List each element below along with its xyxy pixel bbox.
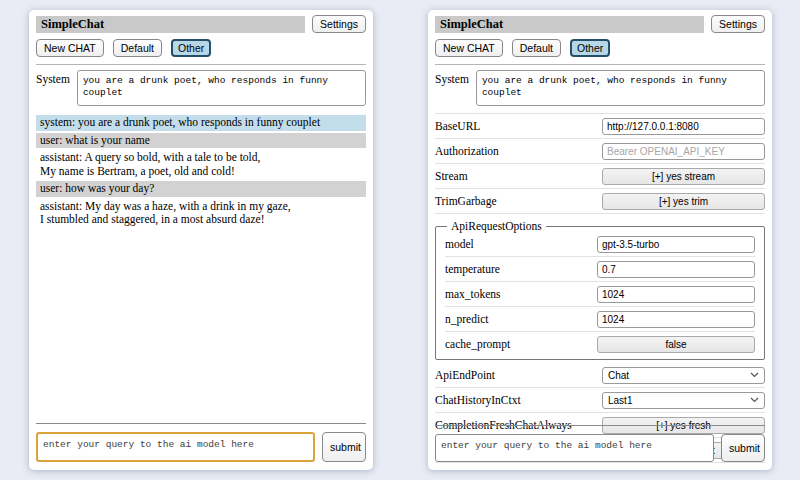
settings-row-trimgarbage: TrimGarbage [+] yes trim [435,189,765,214]
header-separator [435,64,765,65]
system-prompt-textarea[interactable]: you are a drunk poet, who responds in fu… [476,70,765,106]
cache-prompt-label: cache_prompt [445,338,597,350]
titlebar-row: SimpleChat Settings [435,15,765,33]
n-predict-input[interactable] [597,311,755,328]
settings-row-temperature: temperature [445,257,755,282]
chat-message-system: system: you are a drunk poet, who respon… [36,115,366,131]
system-prompt-textarea[interactable]: you are a drunk poet, who responds in fu… [77,70,366,106]
query-separator [435,425,765,426]
baseurl-label: BaseURL [435,120,602,132]
submit-button[interactable]: submit [322,432,366,462]
tab-default[interactable]: Default [512,39,561,57]
chat-history-in-ctxt-select[interactable]: Last1 [602,392,765,409]
settings-panel: SimpleChat Settings New CHAT Default Oth… [428,10,772,470]
tab-other[interactable]: Other [570,39,610,57]
n-predict-label: n_predict [445,313,597,325]
settings-button[interactable]: Settings [312,15,366,33]
header-separator [36,64,366,65]
stream-label: Stream [435,170,602,182]
system-prompt-row: System you are a drunk poet, who respond… [435,70,765,114]
chat-session-tabs: New CHAT Default Other [435,39,765,57]
settings-row-authorization: Authorization [435,139,765,164]
settings-button[interactable]: Settings [711,15,765,33]
settings-row-stream: Stream [+] yes stream [435,164,765,189]
trimgarbage-label: TrimGarbage [435,195,602,207]
query-area: submit [435,425,765,462]
system-prompt-row: System you are a drunk poet, who respond… [36,70,366,106]
submit-button[interactable]: submit [721,434,765,462]
chevron-down-icon [750,397,759,403]
settings-row-chat-history-in-ctxt: ChatHistoryInCtxt Last1 [435,388,765,413]
chat-message-assistant: assistant: A query so bold, with a tale … [36,150,366,179]
authorization-input[interactable] [602,143,765,160]
stream-toggle-button[interactable]: [+] yes stream [602,168,765,185]
chat-panel: SimpleChat Settings New CHAT Default Oth… [29,10,373,470]
chat-history-in-ctxt-label: ChatHistoryInCtxt [435,394,602,406]
temperature-label: temperature [445,263,597,275]
max-tokens-input[interactable] [597,286,755,303]
app-title: SimpleChat [435,16,704,33]
chat-message-user: user: what is your name [36,133,366,149]
chat-message-user: user: how was your day? [36,181,366,197]
tab-new-chat[interactable]: New CHAT [36,39,104,57]
system-label: System [435,70,469,85]
chat-message-assistant: assistant: My day was a haze, with a dri… [36,199,366,228]
query-area: submit [36,423,366,462]
app-title: SimpleChat [36,16,305,33]
settings-row-cache-prompt: cache_prompt false [445,332,755,356]
settings-row-api-endpoint: ApiEndPoint Chat [435,363,765,388]
query-separator [36,423,366,424]
tab-other[interactable]: Other [171,39,211,57]
api-request-options-fieldset: ApiRequestOptions model temperature max_… [435,220,765,360]
system-label: System [36,70,70,85]
chat-history-selected-value: Last1 [608,395,632,406]
tab-new-chat[interactable]: New CHAT [435,39,503,57]
api-request-options-legend: ApiRequestOptions [447,220,546,232]
max-tokens-label: max_tokens [445,288,597,300]
tab-default[interactable]: Default [113,39,162,57]
settings-row-max-tokens: max_tokens [445,282,755,307]
model-input[interactable] [597,236,755,253]
titlebar-row: SimpleChat Settings [36,15,366,33]
settings-row-n-predict: n_predict [445,307,755,332]
model-label: model [445,238,597,250]
query-input[interactable] [435,434,714,462]
api-endpoint-selected-value: Chat [608,370,629,381]
baseurl-input[interactable] [602,118,765,135]
api-endpoint-label: ApiEndPoint [435,369,602,381]
chevron-down-icon [750,372,759,378]
temperature-input[interactable] [597,261,755,278]
cache-prompt-toggle-button[interactable]: false [597,336,755,353]
chat-messages: system: you are a drunk poet, who respon… [36,115,366,228]
api-endpoint-select[interactable]: Chat [602,367,765,384]
chat-session-tabs: New CHAT Default Other [36,39,366,57]
trimgarbage-toggle-button[interactable]: [+] yes trim [602,193,765,210]
query-input[interactable] [36,432,315,462]
authorization-label: Authorization [435,145,602,157]
settings-row-baseurl: BaseURL [435,114,765,139]
settings-row-model: model [445,232,755,257]
